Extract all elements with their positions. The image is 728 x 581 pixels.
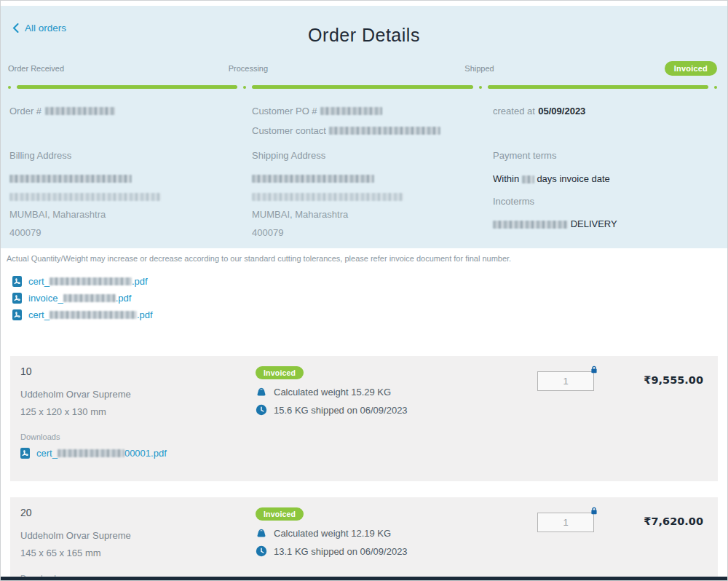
redacted-customer-contact [329,127,440,135]
redacted-shipping-company [252,175,374,183]
document-link[interactable]: invoice_.pdf [28,293,131,304]
pdf-file-icon [12,293,22,304]
downloads-label: Downloads [20,432,256,441]
item-dimensions: 125 x 120 x 130 mm [20,406,256,417]
weight-icon [256,527,267,539]
shipped-weight-row: 13.1 KG shipped on 06/09/2023 [256,545,537,557]
item-info-col: 10 Uddeholm Orvar Supreme 125 x 120 x 13… [20,365,256,459]
item-status-col: Invoiced Calculated weight 15.29 KG 15.6… [256,365,537,416]
redacted-doc-name [63,294,116,302]
calculated-weight-row: Calculated weight 15.29 KG [256,386,537,398]
order-info-row: Order # Customer PO # Customer contact c… [9,104,717,137]
item-number: 20 [20,507,256,518]
incoterms-label: Incoterms [493,196,717,207]
order-line-item: 20 Uddeholm Orvar Supreme 145 x 65 x 165… [10,497,718,581]
page-title: Order Details [1,25,727,46]
quantity-input[interactable] [537,371,594,391]
customer-po-cell: Customer PO # Customer contact [252,104,493,137]
billing-address-block: Billing Address MUMBAI, Maharashtra 4000… [9,150,252,245]
document-row: cert_.pdf [12,273,153,290]
lock-icon [590,507,598,515]
item-price: ₹9,555.00 [601,374,703,386]
item-dimensions: 145 x 65 x 165 mm [20,548,256,558]
progress-bar [8,85,717,89]
progress-step-order-received: Order Received [8,64,245,73]
item-document-row: cert_00001.pdf [20,448,256,459]
shipped-info-text: 15.6 KG shipped on 06/09/2023 [274,405,408,416]
clock-icon [256,545,267,557]
document-link[interactable]: cert_.pdf [28,309,153,320]
payment-terms-label: Payment terms [493,150,717,161]
clock-icon [256,404,267,416]
shipping-address-label: Shipping Address [252,150,493,161]
quantity-input[interactable] [537,513,594,532]
order-number-cell: Order # [9,104,252,137]
shipping-postal: 400079 [252,227,493,238]
redacted-customer-po [320,107,382,115]
customer-po-label: Customer PO # [252,106,317,116]
document-row: invoice_.pdf [12,290,153,307]
calculated-weight-row: Calculated weight 12.19 KG [256,527,537,539]
redacted-order-number [45,107,115,115]
redacted-billing-company [9,175,132,183]
billing-postal: 400079 [9,227,252,238]
order-number-label: Order # [9,106,41,116]
document-row: cert_.pdf [12,307,153,323]
addresses-row: Billing Address MUMBAI, Maharashtra 4000… [9,150,717,245]
order-details-page: All orders Order Details Order Received … [0,0,728,581]
item-price: ₹7,620.00 [601,515,703,527]
weight-icon [256,386,267,398]
shipping-address-block: Shipping Address MUMBAI, Maharashtra 400… [252,150,493,245]
calculated-weight-text: Calculated weight 12.19 KG [274,528,391,539]
order-line-item: 10 Uddeholm Orvar Supreme 125 x 120 x 13… [10,356,718,481]
order-status-badge: Invoiced [665,61,717,76]
redacted-payment-days [522,175,534,183]
redacted-doc-name [50,277,132,285]
order-documents-list: cert_.pdf invoice_.pdf cert_.pdf [12,273,153,323]
progress-segment [8,85,243,89]
redacted-doc-name [58,449,124,457]
item-status-col: Invoiced Calculated weight 12.19 KG 13.1… [256,507,537,557]
item-status-badge: Invoiced [256,507,304,521]
progress-segment [243,85,478,89]
item-status-badge: Invoiced [256,366,304,379]
tolerance-note: Actual Quantity/Weight may increase or d… [7,254,713,263]
item-quantity-col [537,507,601,532]
pdf-file-icon [20,448,30,459]
payment-terms-value: Within days invoice date [493,173,717,184]
item-certificate-link[interactable]: cert_00001.pdf [36,448,167,459]
shipped-weight-row: 15.6 KG shipped on 06/09/2023 [256,404,537,416]
redacted-incoterms [493,221,568,229]
pdf-file-icon [12,276,22,287]
created-at-cell: created at 05/09/2023 [493,104,717,137]
order-progress-tracker: Order Received Processing Shipped [8,64,717,89]
lock-icon [590,365,598,374]
shipping-city: MUMBAI, Maharashtra [252,209,493,220]
redacted-shipping-street [252,193,403,201]
redacted-billing-street [9,193,161,201]
document-link[interactable]: cert_.pdf [28,276,148,287]
created-at-value: 05/09/2023 [538,106,585,116]
pdf-file-icon [12,309,22,320]
shipped-info-text: 13.1 KG shipped on 06/09/2023 [274,546,408,557]
created-at-label: created at [493,106,535,116]
window-bottom-edge [1,577,727,580]
progress-segment [479,85,714,89]
item-number: 10 [20,365,256,377]
billing-city: MUMBAI, Maharashtra [9,209,252,220]
progress-end-dot [714,86,717,89]
item-info-col: 20 Uddeholm Orvar Supreme 145 x 65 x 165… [20,507,256,581]
item-quantity-col [537,365,601,391]
calculated-weight-text: Calculated weight 15.29 KG [274,387,391,398]
progress-step-processing: Processing [229,64,465,73]
customer-contact-label: Customer contact [252,125,326,136]
redacted-doc-name [50,311,137,319]
item-product-name: Uddeholm Orvar Supreme [20,389,256,400]
terms-block: Payment terms Within days invoice date I… [493,150,717,245]
billing-address-label: Billing Address [9,150,252,161]
incoterms-value: DELIVERY [493,218,717,229]
item-product-name: Uddeholm Orvar Supreme [20,530,256,541]
order-header-section: All orders Order Details Order Received … [1,6,727,248]
